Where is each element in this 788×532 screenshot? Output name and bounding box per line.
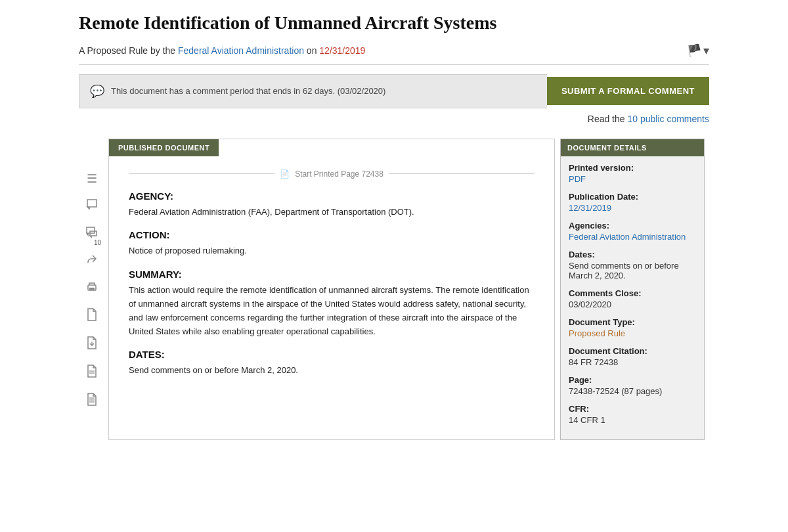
document3-icon[interactable] (87, 393, 97, 409)
detail-agencies: Agencies: Federal Aviation Administratio… (569, 221, 696, 242)
detail-document-type: Document Type: Proposed Rule (569, 317, 696, 338)
publication-date-link[interactable]: 12/31/2019 (569, 203, 611, 213)
printed-page-line: 📄 Start Printed Page 72438 (129, 169, 535, 179)
detail-document-type-label: Document Type: (569, 317, 696, 327)
page-icon: 📄 (280, 169, 290, 179)
flag-icon: 🏴 (687, 43, 701, 58)
page-header: Remote Identification of Unmanned Aircra… (0, 0, 788, 65)
date-link[interactable]: 12/31/2019 (319, 45, 365, 56)
subtitle-text: A Proposed Rule by the Federal Aviation … (79, 45, 365, 56)
detail-agencies-label: Agencies: (569, 221, 696, 231)
sidebar-icons: ☰ 10 (76, 139, 108, 440)
faa-agency-link[interactable]: Federal Aviation Administration (569, 232, 686, 242)
dates-section: DATES: Send comments on or before March … (129, 349, 535, 378)
submit-formal-comment-button[interactable]: SUBMIT A FORMAL COMMENT (547, 77, 709, 105)
details-body: Printed version: PDF Publication Date: 1… (561, 156, 704, 439)
document2-icon[interactable] (87, 365, 97, 381)
public-comments-area: Read the 10 public comments (79, 114, 709, 124)
agency-link[interactable]: Federal Aviation Administration (178, 45, 304, 56)
dates-title: DATES: (129, 349, 535, 360)
flag-chevron: ▾ (703, 43, 709, 58)
printed-page-text: Start Printed Page 72438 (295, 169, 383, 179)
agency-body: Federal Aviation Administration (FAA), D… (129, 206, 535, 219)
public-comments-link[interactable]: 10 public comments (627, 114, 709, 124)
subtitle-bar: A Proposed Rule by the Federal Aviation … (79, 43, 709, 65)
document-area: ☰ 10 PUBLISHED DOCUMENT (76, 139, 788, 440)
detail-comments-close-label: Comments Close: (569, 288, 696, 298)
detail-citation-label: Document Citation: (569, 346, 696, 356)
detail-dates-label: Dates: (569, 250, 696, 259)
list-icon[interactable]: ☰ (87, 171, 97, 186)
details-header: DOCUMENT DETAILS (561, 139, 704, 156)
detail-page-label: Page: (569, 375, 696, 385)
subtitle-prefix: A Proposed Rule by the (79, 45, 175, 56)
page-title: Remote Identification of Unmanned Aircra… (79, 12, 709, 34)
comment-notice: 💬 This document has a comment period tha… (79, 74, 547, 108)
detail-document-type-value: Proposed Rule (569, 328, 696, 338)
detail-citation-value: 84 FR 72438 (569, 357, 696, 367)
detail-publication-date-label: Publication Date: (569, 192, 696, 202)
detail-citation: Document Citation: 84 FR 72438 (569, 346, 696, 367)
flag-button[interactable]: 🏴 ▾ (687, 43, 709, 58)
share-icon[interactable] (86, 254, 98, 269)
pdf-link[interactable]: PDF (569, 174, 586, 184)
detail-dates-value: Send comments on or before March 2, 2020… (569, 261, 696, 280)
detail-comments-close-value: 03/02/2020 (569, 299, 696, 309)
svg-rect-1 (89, 288, 95, 290)
detail-publication-date: Publication Date: 12/31/2019 (569, 192, 696, 213)
detail-cfr-label: CFR: (569, 404, 696, 414)
detail-printed-version-label: Printed version: (569, 163, 696, 173)
doc-tab-bar: PUBLISHED DOCUMENT (109, 139, 554, 156)
action-title: ACTION: (129, 229, 535, 240)
comment-notice-text: This document has a comment period that … (111, 86, 385, 96)
comments-count-icon[interactable]: 10 (85, 226, 98, 242)
detail-agencies-value: Federal Aviation Administration (569, 232, 696, 242)
action-section: ACTION: Notice of proposed rulemaking. (129, 229, 535, 258)
agency-title: AGENCY: (129, 190, 535, 202)
document-details-panel: DOCUMENT DETAILS Printed version: PDF Pu… (560, 139, 705, 440)
print-icon[interactable] (86, 281, 98, 296)
detail-publication-date-value: 12/31/2019 (569, 203, 696, 213)
summary-title: SUMMARY: (129, 269, 535, 280)
detail-printed-version-value: PDF (569, 174, 696, 184)
comment-bar: 💬 This document has a comment period tha… (79, 74, 709, 108)
detail-printed-version: Printed version: PDF (569, 163, 696, 184)
public-comments-prefix: Read the (588, 114, 625, 124)
summary-body: This action would require the remote ide… (129, 284, 535, 338)
detail-cfr-value: 14 CFR 1 (569, 415, 696, 425)
comment-icon[interactable] (85, 198, 98, 214)
main-document: PUBLISHED DOCUMENT 📄 Start Printed Page … (108, 139, 555, 440)
subtitle-middle: on (307, 45, 319, 56)
comment-bubble-icon: 💬 (90, 84, 104, 99)
detail-comments-close: Comments Close: 03/02/2020 (569, 288, 696, 309)
document-icon[interactable] (87, 308, 97, 324)
detail-dates: Dates: Send comments on or before March … (569, 250, 696, 280)
published-document-tab[interactable]: PUBLISHED DOCUMENT (109, 139, 219, 156)
action-body: Notice of proposed rulemaking. (129, 244, 535, 258)
dates-body: Send comments on or before March 2, 2020… (129, 364, 535, 378)
detail-cfr: CFR: 14 CFR 1 (569, 404, 696, 425)
document-download-icon[interactable] (87, 336, 97, 353)
summary-section: SUMMARY: This action would require the r… (129, 269, 535, 338)
detail-page-value: 72438-72524 (87 pages) (569, 386, 696, 396)
detail-page: Page: 72438-72524 (87 pages) (569, 375, 696, 396)
doc-content: 📄 Start Printed Page 72438 AGENCY: Feder… (109, 156, 554, 402)
agency-section: AGENCY: Federal Aviation Administration … (129, 190, 535, 219)
comments-badge: 10 (94, 239, 101, 246)
